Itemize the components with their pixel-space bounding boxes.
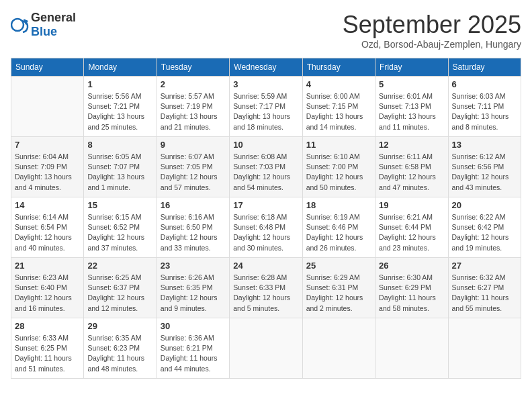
day-number: 1 [87, 79, 152, 89]
day-number: 4 [306, 79, 371, 89]
day-info: Sunrise: 6:35 AM Sunset: 6:23 PM Dayligh… [87, 333, 152, 374]
day-number: 29 [87, 321, 152, 331]
calendar-week-row: 14Sunrise: 6:14 AM Sunset: 6:54 PM Dayli… [11, 197, 521, 258]
day-number: 7 [15, 140, 80, 150]
calendar-day-cell: 5Sunrise: 6:01 AM Sunset: 7:13 PM Daylig… [375, 77, 448, 137]
column-header-sunday: Sunday [11, 58, 84, 77]
day-info: Sunrise: 6:25 AM Sunset: 6:37 PM Dayligh… [87, 273, 152, 314]
day-info: Sunrise: 6:07 AM Sunset: 7:05 PM Dayligh… [161, 152, 226, 193]
logo-icon [11, 15, 30, 34]
day-info: Sunrise: 5:57 AM Sunset: 7:19 PM Dayligh… [161, 91, 226, 132]
day-number: 24 [233, 261, 298, 271]
day-number: 19 [379, 200, 444, 210]
day-info: Sunrise: 6:33 AM Sunset: 6:25 PM Dayligh… [15, 333, 80, 374]
day-number: 30 [161, 321, 226, 331]
calendar-day-cell: 7Sunrise: 6:04 AM Sunset: 7:09 PM Daylig… [11, 137, 84, 197]
day-info: Sunrise: 6:08 AM Sunset: 7:03 PM Dayligh… [233, 152, 298, 193]
day-number: 5 [379, 79, 444, 89]
day-number: 6 [452, 79, 517, 89]
month-title: September 2025 [343, 11, 521, 39]
day-number: 16 [161, 200, 226, 210]
calendar-day-cell: 11Sunrise: 6:10 AM Sunset: 7:00 PM Dayli… [302, 137, 375, 197]
column-header-monday: Monday [84, 58, 157, 77]
day-number: 11 [306, 140, 371, 150]
calendar-day-cell: 1Sunrise: 5:56 AM Sunset: 7:21 PM Daylig… [84, 77, 157, 137]
calendar-day-cell: 8Sunrise: 6:05 AM Sunset: 7:07 PM Daylig… [84, 137, 157, 197]
day-number: 20 [452, 200, 517, 210]
day-info: Sunrise: 5:59 AM Sunset: 7:17 PM Dayligh… [233, 91, 298, 132]
logo-general: General [31, 11, 76, 24]
day-number: 21 [15, 261, 80, 271]
calendar-week-row: 1Sunrise: 5:56 AM Sunset: 7:21 PM Daylig… [11, 77, 521, 137]
day-number: 8 [87, 140, 152, 150]
day-info: Sunrise: 6:12 AM Sunset: 6:56 PM Dayligh… [452, 152, 517, 193]
calendar-day-cell: 10Sunrise: 6:08 AM Sunset: 7:03 PM Dayli… [230, 137, 302, 197]
column-header-tuesday: Tuesday [157, 58, 229, 77]
calendar-day-cell [448, 318, 521, 379]
calendar-day-cell: 16Sunrise: 6:16 AM Sunset: 6:50 PM Dayli… [157, 197, 229, 258]
day-number: 12 [379, 140, 444, 150]
calendar-day-cell: 15Sunrise: 6:15 AM Sunset: 6:52 PM Dayli… [84, 197, 157, 258]
day-info: Sunrise: 6:21 AM Sunset: 6:44 PM Dayligh… [379, 212, 444, 253]
calendar-day-cell [11, 77, 84, 137]
column-header-wednesday: Wednesday [230, 58, 302, 77]
calendar-day-cell: 13Sunrise: 6:12 AM Sunset: 6:56 PM Dayli… [448, 137, 521, 197]
calendar-day-cell: 2Sunrise: 5:57 AM Sunset: 7:19 PM Daylig… [157, 77, 229, 137]
day-info: Sunrise: 6:18 AM Sunset: 6:48 PM Dayligh… [233, 212, 298, 253]
calendar-week-row: 21Sunrise: 6:23 AM Sunset: 6:40 PM Dayli… [11, 258, 521, 318]
calendar-day-cell: 3Sunrise: 5:59 AM Sunset: 7:17 PM Daylig… [230, 77, 302, 137]
day-info: Sunrise: 6:16 AM Sunset: 6:50 PM Dayligh… [161, 212, 226, 253]
calendar-day-cell: 26Sunrise: 6:30 AM Sunset: 6:29 PM Dayli… [375, 258, 448, 318]
calendar-day-cell: 29Sunrise: 6:35 AM Sunset: 6:23 PM Dayli… [84, 318, 157, 379]
calendar-day-cell: 24Sunrise: 6:28 AM Sunset: 6:33 PM Dayli… [230, 258, 302, 318]
calendar-day-cell [230, 318, 302, 379]
day-number: 13 [452, 140, 517, 150]
day-info: Sunrise: 6:10 AM Sunset: 7:00 PM Dayligh… [306, 152, 371, 193]
calendar-day-cell: 28Sunrise: 6:33 AM Sunset: 6:25 PM Dayli… [11, 318, 84, 379]
calendar-day-cell: 9Sunrise: 6:07 AM Sunset: 7:05 PM Daylig… [157, 137, 229, 197]
day-info: Sunrise: 6:30 AM Sunset: 6:29 PM Dayligh… [379, 273, 444, 314]
day-number: 15 [87, 200, 152, 210]
calendar-day-cell [302, 318, 375, 379]
day-number: 9 [161, 140, 226, 150]
day-number: 22 [87, 261, 152, 271]
day-info: Sunrise: 6:00 AM Sunset: 7:15 PM Dayligh… [306, 91, 371, 132]
day-number: 28 [15, 321, 80, 331]
day-info: Sunrise: 6:05 AM Sunset: 7:07 PM Dayligh… [87, 152, 152, 193]
calendar-week-row: 7Sunrise: 6:04 AM Sunset: 7:09 PM Daylig… [11, 137, 521, 197]
calendar-day-cell: 4Sunrise: 6:00 AM Sunset: 7:15 PM Daylig… [302, 77, 375, 137]
page-header: General Blue September 2025 Ozd, Borsod-… [11, 11, 521, 50]
calendar-day-cell: 21Sunrise: 6:23 AM Sunset: 6:40 PM Dayli… [11, 258, 84, 318]
day-number: 14 [15, 200, 80, 210]
calendar-day-cell: 23Sunrise: 6:26 AM Sunset: 6:35 PM Dayli… [157, 258, 229, 318]
calendar-day-cell [375, 318, 448, 379]
day-info: Sunrise: 6:29 AM Sunset: 6:31 PM Dayligh… [306, 273, 371, 314]
day-number: 25 [306, 261, 371, 271]
svg-point-0 [11, 19, 24, 31]
calendar-header-row: SundayMondayTuesdayWednesdayThursdayFrid… [11, 58, 521, 77]
day-number: 3 [233, 79, 298, 89]
title-block: September 2025 Ozd, Borsod-Abauj-Zemplen… [343, 11, 521, 50]
day-info: Sunrise: 6:22 AM Sunset: 6:42 PM Dayligh… [452, 212, 517, 253]
day-number: 2 [161, 79, 226, 89]
day-info: Sunrise: 6:14 AM Sunset: 6:54 PM Dayligh… [15, 212, 80, 253]
day-number: 10 [233, 140, 298, 150]
column-header-saturday: Saturday [448, 58, 521, 77]
calendar-day-cell: 18Sunrise: 6:19 AM Sunset: 6:46 PM Dayli… [302, 197, 375, 258]
column-header-friday: Friday [375, 58, 448, 77]
calendar-day-cell: 17Sunrise: 6:18 AM Sunset: 6:48 PM Dayli… [230, 197, 302, 258]
day-number: 23 [161, 261, 226, 271]
day-info: Sunrise: 6:28 AM Sunset: 6:33 PM Dayligh… [233, 273, 298, 314]
calendar-day-cell: 6Sunrise: 6:03 AM Sunset: 7:11 PM Daylig… [448, 77, 521, 137]
calendar-day-cell: 14Sunrise: 6:14 AM Sunset: 6:54 PM Dayli… [11, 197, 84, 258]
day-info: Sunrise: 5:56 AM Sunset: 7:21 PM Dayligh… [87, 91, 152, 132]
day-info: Sunrise: 6:19 AM Sunset: 6:46 PM Dayligh… [306, 212, 371, 253]
calendar-day-cell: 30Sunrise: 6:36 AM Sunset: 6:21 PM Dayli… [157, 318, 229, 379]
calendar-day-cell: 19Sunrise: 6:21 AM Sunset: 6:44 PM Dayli… [375, 197, 448, 258]
calendar-day-cell: 25Sunrise: 6:29 AM Sunset: 6:31 PM Dayli… [302, 258, 375, 318]
day-info: Sunrise: 6:36 AM Sunset: 6:21 PM Dayligh… [161, 333, 226, 374]
day-number: 17 [233, 200, 298, 210]
location: Ozd, Borsod-Abauj-Zemplen, Hungary [343, 39, 521, 50]
logo-text: General Blue [31, 11, 76, 39]
logo-blue: Blue [31, 25, 57, 38]
